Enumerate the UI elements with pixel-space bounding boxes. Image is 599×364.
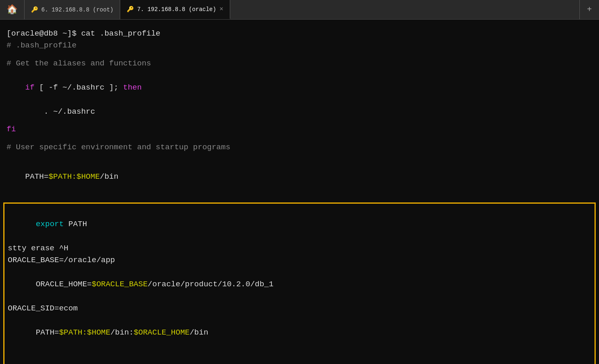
if-condition: [ -f ~/.bashrc ]; [34, 83, 123, 92]
path-label: PATH= [25, 172, 49, 181]
path-bin: /bin [100, 172, 119, 181]
line-if: if [ -f ~/.bashrc ]; then [7, 70, 592, 106]
box-export-path: export PATH [8, 206, 591, 242]
path2-bin: /bin: [110, 328, 134, 337]
tab2-label: 7. 192.168.8.8 (oracle) [137, 6, 216, 13]
oracle-home-label: ORACLE_HOME= [36, 280, 92, 289]
tab-bar: 🏠 🔑 6. 192.168.8.8 (root) 🔑 7. 192.168.8… [0, 0, 599, 20]
new-tab-button[interactable]: + [579, 0, 599, 19]
oracle-base-var: $ORACLE_BASE [92, 280, 148, 289]
home-icon: 🏠 [7, 4, 18, 15]
terminal-area: [oracle@db8 ~]$ cat .bash_profile # .bas… [0, 20, 599, 364]
new-tab-icon: + [587, 5, 592, 14]
line-source-bashrc: . ~/.bashrc [7, 106, 592, 118]
box-path2: PATH=$PATH:$HOME/bin:$ORACLE_HOME/bin [8, 315, 591, 351]
line-bash-profile-comment: # .bash_profile [7, 40, 592, 52]
line-path-assignment: PATH=$PATH:$HOME/bin [7, 159, 592, 195]
path2-label: PATH= [36, 328, 59, 337]
terminal-prompt: [oracle@db8 ~]$ cat .bash_profile [7, 28, 592, 40]
path-home-var: $HOME [76, 172, 100, 181]
then-keyword: then [123, 83, 142, 92]
tab2-close-button[interactable]: × [220, 6, 224, 13]
highlight-box: export PATH stty erase ^H ORACLE_BASE=/o… [3, 202, 596, 364]
line-user-specific-comment: # User specific environment and startup … [7, 142, 592, 153]
path2-oracle-home: $ORACLE_HOME [134, 328, 190, 337]
home-button[interactable]: 🏠 [0, 0, 25, 19]
export-keyword-1: export [36, 220, 63, 229]
tab-1[interactable]: 🔑 6. 192.168.8.8 (root) [25, 0, 120, 19]
tab1-label: 6. 192.168.8.8 (root) [41, 7, 113, 13]
oracle-home-path: /oracle/product/10.2.0/db_1 [148, 280, 274, 289]
path-var1: $PATH: [49, 172, 76, 181]
tab1-key-icon: 🔑 [31, 6, 38, 13]
tab-2[interactable]: 🔑 7. 192.168.8.8 (oracle) × [120, 0, 230, 19]
line-fi: fi [7, 124, 592, 135]
box-oracle-sid: ORACLE_SID=ecom [8, 303, 591, 315]
box-oracle-home: ORACLE_HOME=$ORACLE_BASE/oracle/product/… [8, 266, 591, 302]
box-oracle-base: ORACLE_BASE=/oracle/app [8, 254, 591, 266]
box-stty: stty erase ^H [8, 243, 591, 254]
box-ld-library: LD_LIBRARY_PATH=$ORACLE_HOME/lib:/usr/li… [8, 351, 591, 364]
export-path-text: PATH [64, 220, 87, 229]
path2-home: $HOME [87, 328, 110, 337]
if-keyword: if [25, 83, 35, 92]
path2-end: /bin [190, 328, 209, 337]
path2-var1: $PATH: [59, 328, 87, 337]
line-get-aliases-comment: # Get the aliases and functions [7, 58, 592, 70]
tab2-key-icon: 🔑 [127, 6, 134, 13]
